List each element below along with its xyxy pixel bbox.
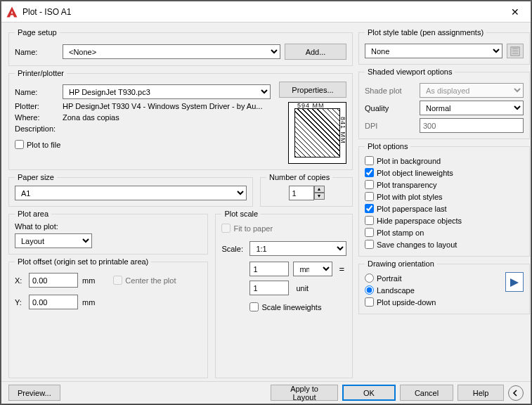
help-button[interactable]: Help [458, 385, 504, 401]
orientation-legend: Drawing orientation [365, 259, 437, 268]
orientation-icon [505, 272, 524, 292]
close-button[interactable]: ✕ [500, 1, 531, 22]
plot-to-file-checkbox[interactable]: Plot to file [15, 139, 60, 150]
plotter-value: HP DesignJet T930 V4 - Windows System Dr… [63, 102, 262, 110]
x-unit: mm [82, 276, 95, 285]
printer-group: Printer/plotter Name: HP DesignJet T930.… [8, 69, 353, 170]
where-label: Where: [15, 113, 58, 122]
add-button[interactable]: Add... [285, 44, 346, 60]
save-changes-checkbox[interactable]: Save changes to layout [365, 238, 524, 250]
plot-paperspace-last-checkbox[interactable]: Plot paperspace last [365, 202, 524, 214]
copies-legend: Number of copies [266, 173, 332, 181]
plot-area-legend: Plot area [15, 210, 51, 218]
orientation-group: Drawing orientation Portrait Landscape P… [358, 259, 530, 314]
titlebar: Plot - ISO A1 ✕ [1, 1, 531, 22]
scale-denominator-input[interactable] [249, 281, 289, 295]
landscape-radio[interactable]: Landscape [365, 284, 505, 296]
fit-to-paper-checkbox: Fit to paper [221, 222, 346, 234]
quality-select[interactable]: Normal [420, 101, 524, 115]
plot-area-group: Plot area What to plot: Layout [8, 210, 208, 255]
plot-scale-group: Plot scale Fit to paper Scale: 1:1 mm = [215, 210, 353, 378]
equals-icon: = [337, 264, 346, 274]
y-label: Y: [15, 298, 25, 307]
scale-label: Scale: [221, 245, 245, 253]
apply-to-layout-button[interactable]: Apply to Layout [271, 385, 338, 401]
plot-offset-group: Plot offset (origin set to printable are… [8, 257, 208, 378]
printer-name-label: Name: [15, 88, 58, 96]
preview-button[interactable]: Preview... [8, 385, 60, 401]
description-label: Description: [15, 124, 58, 133]
shade-plot-label: Shade plot [365, 86, 415, 95]
x-offset-input[interactable] [29, 273, 78, 288]
plot-style-group: Plot style table (pen assignments) None [358, 28, 530, 65]
autocad-logo-icon [6, 6, 18, 18]
chevron-left-icon [512, 390, 519, 397]
hide-paperspace-checkbox[interactable]: Hide paperspace objects [365, 214, 524, 226]
page-setup-group: Page setup Name: <None> Add... [8, 28, 353, 66]
copies-input[interactable] [289, 186, 314, 200]
printer-legend: Printer/plotter [15, 69, 67, 77]
plot-scale-legend: Plot scale [221, 210, 261, 218]
scale-unit-select[interactable]: mm [293, 262, 332, 276]
cancel-button[interactable]: Cancel [400, 385, 453, 401]
paper-size-group: Paper size A1 [8, 173, 253, 207]
unit-label: unit [293, 284, 309, 292]
shaded-legend: Shaded viewport options [365, 68, 455, 76]
plot-style-legend: Plot style table (pen assignments) [365, 28, 486, 37]
dpi-label: DPI [365, 122, 415, 130]
plot-options-group: Plot options Plot in background Plot obj… [358, 142, 530, 257]
where-value: Zona das copias [63, 113, 119, 122]
page-setup-name-label: Name: [15, 48, 58, 56]
plotter-label: Plotter: [15, 102, 58, 110]
paper-preview: 594 MM 841 MM [288, 102, 346, 164]
paper-size-legend: Paper size [15, 173, 57, 181]
plot-background-checkbox[interactable]: Plot in background [365, 155, 524, 167]
scale-numerator-input[interactable] [249, 262, 289, 276]
upside-down-checkbox[interactable]: Plot upside-down [365, 296, 505, 308]
plot-offset-legend: Plot offset (origin set to printable are… [15, 257, 151, 266]
dpi-input [420, 118, 524, 133]
y-unit: mm [82, 298, 95, 307]
copies-group: Number of copies ▲ ▼ [260, 173, 353, 207]
plot-lineweights-checkbox[interactable]: Plot object lineweights [365, 167, 524, 179]
ok-button[interactable]: OK [342, 385, 396, 401]
scale-lineweights-checkbox[interactable]: Scale lineweights [249, 301, 321, 313]
plot-style-select[interactable]: None [365, 44, 502, 58]
shade-plot-select: As displayed [420, 83, 524, 98]
page-setup-name-select[interactable]: <None> [63, 44, 280, 59]
copies-up-button[interactable]: ▲ [314, 186, 325, 193]
portrait-radio[interactable]: Portrait [365, 272, 505, 284]
edit-icon [510, 46, 520, 56]
plot-options-legend: Plot options [365, 142, 410, 150]
edit-plot-style-button[interactable] [507, 44, 524, 58]
footer: Preview... Apply to Layout OK Cancel Hel… [1, 381, 531, 404]
y-offset-input[interactable] [29, 295, 78, 309]
quality-label: Quality [365, 104, 415, 112]
preview-height-label: 841 MM [339, 117, 346, 144]
shaded-viewport-group: Shaded viewport options Shade plot As di… [358, 68, 530, 139]
center-plot-checkbox: Center the plot [113, 274, 176, 286]
plot-dialog: Plot - ISO A1 ✕ Page setup Name: <None> … [1, 1, 531, 404]
preview-hatch-icon [294, 108, 340, 158]
collapse-button[interactable] [508, 385, 524, 401]
window-title: Plot - ISO A1 [22, 7, 500, 17]
copies-down-button[interactable]: ▼ [314, 193, 325, 200]
scale-select[interactable]: 1:1 [249, 241, 346, 256]
properties-button[interactable]: Properties... [279, 82, 346, 98]
paper-size-select[interactable]: A1 [15, 186, 247, 200]
plot-stamp-checkbox[interactable]: Plot stamp on [365, 226, 524, 238]
printer-name-select[interactable]: HP DesignJet T930.pc3 [63, 84, 271, 99]
what-to-plot-select[interactable]: Layout [15, 233, 92, 248]
x-label: X: [15, 276, 25, 285]
page-setup-legend: Page setup [15, 28, 60, 37]
plot-transparency-checkbox[interactable]: Plot transparency [365, 179, 524, 191]
plot-styles-checkbox[interactable]: Plot with plot styles [365, 191, 524, 202]
what-to-plot-label: What to plot: [15, 222, 58, 231]
